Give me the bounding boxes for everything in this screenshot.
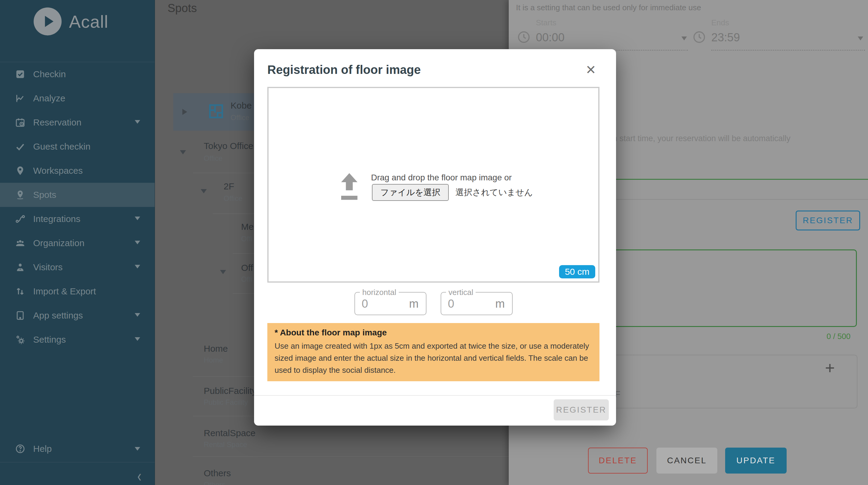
vertical-label: vertical — [446, 288, 475, 297]
horizontal-field[interactable]: horizontal 0 m — [354, 292, 427, 315]
people-icon — [15, 238, 25, 248]
sidebar-item-spots[interactable]: Spots — [0, 183, 155, 207]
vertical-field[interactable]: vertical 0 m — [441, 292, 513, 315]
dropdown-caret-icon[interactable] — [681, 36, 687, 40]
expand-right-icon[interactable] — [182, 109, 187, 115]
delete-button[interactable]: DELETE — [588, 448, 648, 474]
sidebar-item-workspaces[interactable]: Workspaces — [0, 159, 155, 183]
starts-field[interactable]: Starts 00:00 — [517, 18, 688, 46]
starts-label: Starts — [536, 18, 688, 27]
ends-field[interactable]: Ends 23:59 — [692, 18, 863, 46]
app-root: Spots Kobe O Office Tokyo Office Office … — [0, 0, 868, 485]
vertical-unit: m — [495, 297, 505, 310]
tree-row-title: RentalSpace — [204, 428, 255, 438]
sidebar-item-label: Workspaces — [33, 166, 83, 176]
acall-logo-text: Acall — [69, 11, 108, 32]
tree-row-subtitle: Home — [204, 356, 223, 364]
horizontal-label: horizontal — [360, 288, 399, 297]
modal-title: Registration of floor image — [267, 63, 421, 77]
floor-image-dropzone[interactable]: Drag and drop the floor map image or ファイ… — [267, 87, 599, 283]
sidebar-item-label: Reservation — [33, 117, 82, 127]
tree-row-title: Off — [241, 263, 253, 273]
floor-image-modal: Registration of floor image ✕ Drag and d… — [254, 49, 616, 426]
tree-row-others[interactable]: Others Others — [155, 464, 509, 485]
map-pin-icon — [15, 166, 25, 176]
expand-down-icon[interactable] — [220, 270, 226, 274]
ends-value[interactable]: 23:59 — [711, 31, 740, 44]
sidebar-item-reservation[interactable]: Reservation — [0, 110, 155, 135]
char-counter: 0 / 500 — [827, 332, 850, 341]
help-icon — [15, 444, 25, 454]
immediate-use-note: It is a setting that can be used only fo… — [516, 3, 701, 12]
sidebar-item-integrations[interactable]: Integrations — [0, 207, 155, 231]
chevron-down-icon — [135, 265, 140, 268]
chevron-down-icon — [135, 217, 140, 220]
close-icon[interactable]: ✕ — [586, 62, 596, 77]
expand-down-icon[interactable] — [201, 189, 207, 193]
choose-file-button[interactable]: ファイルを選択 — [372, 184, 449, 201]
tree-row-title: PublicFacility — [204, 386, 256, 396]
dropdown-caret-icon[interactable] — [858, 36, 863, 40]
starts-value[interactable]: 00:00 — [536, 31, 564, 44]
update-button[interactable]: UPDATE — [725, 448, 786, 474]
page-title: Spots — [167, 2, 197, 15]
row-divider — [193, 456, 509, 457]
sidebar-collapse-icon[interactable]: ‹ — [137, 466, 141, 485]
sidebar-item-settings[interactable]: Settings — [0, 327, 155, 352]
line-chart-icon — [15, 93, 25, 104]
tree-row-title: 2F — [224, 181, 234, 192]
sidebar-item-analyze[interactable]: Analyze — [0, 86, 155, 110]
cancel-button[interactable]: CANCEL — [656, 448, 717, 474]
sidebar-item-checkin[interactable]: Checkin — [0, 62, 155, 86]
vertical-value[interactable]: 0 — [448, 297, 454, 310]
acall-logo[interactable]: Acall — [32, 5, 108, 37]
clock-icon — [692, 30, 706, 44]
sidebar-item-visitors[interactable]: Visitors — [0, 255, 155, 279]
sidebar-item-label: Organization — [33, 238, 84, 248]
tree-row-subtitle: Others — [204, 481, 225, 485]
sidebar-help-block: Help — [0, 437, 155, 460]
tree-row-subtitle: Office — [230, 113, 249, 122]
tree-row-subtitle: Public Facility — [204, 398, 248, 406]
scale-badge: 50 cm — [559, 265, 595, 278]
horizontal-unit: m — [409, 297, 418, 310]
sidebar-item-import-export[interactable]: Import & Export — [0, 279, 155, 304]
tree-row-title: Tokyo Office — [204, 141, 253, 151]
notice-title: * About the floor map image — [275, 328, 592, 338]
sidebar-item-label: Spots — [33, 190, 56, 200]
sidebar-divider — [0, 462, 155, 462]
tree-row-title: Others — [204, 468, 231, 478]
sidebar-item-label: Import & Export — [33, 286, 96, 296]
sidebar-item-app-settings[interactable]: App settings — [0, 304, 155, 327]
integration-icon — [15, 214, 25, 224]
sidebar-item-guest-checkin[interactable]: Guest checkin — [0, 135, 155, 159]
sidebar-item-label: Analyze — [33, 93, 65, 104]
tablet-icon — [15, 310, 25, 321]
gears-icon — [15, 335, 25, 345]
tree-row-rentalspace[interactable]: RentalSpace Rental Space — [155, 424, 509, 456]
tree-row-subtitle: Offi — [241, 235, 252, 243]
upload-icon — [338, 172, 361, 201]
sidebar-item-label: Integrations — [33, 214, 81, 224]
sidebar-item-organization[interactable]: Organization — [0, 231, 155, 255]
sidebar-item-label: Guest checkin — [33, 141, 90, 152]
ends-label: Ends — [711, 18, 863, 27]
sidebar-item-help[interactable]: Help — [0, 437, 155, 460]
chevron-down-icon — [135, 241, 140, 244]
add-image-icon[interactable]: + — [825, 360, 835, 376]
chevron-down-icon — [135, 337, 140, 341]
sidebar-item-label: Visitors — [33, 262, 63, 273]
dropzone-instruction: Drag and drop the floor map image or — [371, 173, 512, 182]
horizontal-value[interactable]: 0 — [362, 297, 368, 310]
expand-down-icon[interactable] — [180, 150, 186, 154]
sidebar-item-label: Checkin — [33, 69, 66, 79]
file-input: ファイルを選択 選択されていません — [372, 184, 533, 201]
chevron-down-icon — [135, 313, 140, 317]
modal-register-button[interactable]: REGISTER — [554, 399, 609, 421]
tree-row-subtitle: Offi — [241, 275, 252, 284]
clock-icon — [517, 30, 530, 44]
modal-footer: REGISTER — [254, 395, 616, 426]
checkbox-icon — [15, 69, 25, 79]
register-button[interactable]: REGISTER — [796, 210, 860, 230]
tree-row-title: Home — [204, 344, 228, 354]
